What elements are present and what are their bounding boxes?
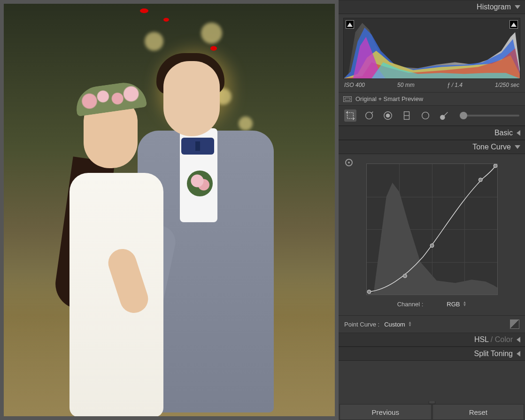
svg-point-12: [494, 164, 497, 168]
exif-iso: ISO 400: [344, 82, 365, 88]
point-curve-row: Point Curve : Custom▲▼: [339, 315, 525, 333]
split-toning-title: Split Toning: [474, 350, 513, 358]
exif-readout: ISO 400 50 mm ƒ / 1.4 1/250 sec: [343, 79, 520, 89]
tone-curve-channel-row: Channel : RGB▲▼: [343, 297, 520, 311]
panel-handle-icon[interactable]: [429, 401, 435, 404]
histogram-graph[interactable]: [343, 18, 520, 79]
tone-curve-graph[interactable]: [366, 163, 498, 295]
preview-mode-label: Original + Smart Preview: [355, 95, 423, 102]
spot-removal-tool[interactable]: [363, 109, 375, 122]
targeted-adjustment-icon[interactable]: [345, 159, 353, 166]
chevron-left-icon: [517, 337, 520, 342]
exif-shutter: 1/250 sec: [495, 82, 519, 88]
histogram-panel: ISO 400 50 mm ƒ / 1.4 1/250 sec: [339, 14, 525, 92]
point-curve-dropdown[interactable]: Custom▲▼: [384, 321, 412, 328]
radial-filter-tool[interactable]: [419, 109, 432, 122]
red-eye-tool[interactable]: [382, 109, 394, 122]
develop-panel: Histogram ISO 40: [339, 0, 525, 420]
hsl-color-panel-header[interactable]: HSL / Color: [339, 333, 525, 347]
graduated-filter-tool[interactable]: [401, 109, 413, 122]
chevron-down-icon: [515, 5, 520, 9]
smart-preview-icon: [343, 96, 352, 102]
previous-button[interactable]: Previous: [340, 404, 432, 420]
tone-curve-title: Tone Curve: [472, 143, 511, 151]
hsl-title: HSL: [474, 335, 489, 343]
histogram-panel-header[interactable]: Histogram: [339, 0, 525, 14]
hsl-color-suffix: / Color: [488, 335, 513, 343]
svg-rect-0: [347, 113, 354, 119]
basic-panel-header[interactable]: Basic: [339, 126, 525, 140]
image-preview-area[interactable]: [0, 0, 339, 420]
svg-point-10: [430, 244, 434, 248]
basic-title: Basic: [494, 129, 513, 137]
svg-point-9: [403, 274, 407, 278]
mask-overlay-slider[interactable]: [460, 115, 519, 117]
exif-focal-length: 50 mm: [397, 82, 415, 88]
exif-aperture: ƒ / 1.4: [447, 82, 463, 88]
adjustment-brush-tool[interactable]: [438, 109, 450, 122]
local-adjustment-toolstrip: [339, 105, 525, 126]
reset-button[interactable]: Reset: [432, 404, 525, 420]
point-curve-label: Point Curve :: [344, 321, 379, 328]
chevron-left-icon: [517, 351, 520, 357]
channel-label: Channel :: [397, 301, 424, 308]
histogram-title: Histogram: [477, 3, 511, 11]
svg-point-8: [367, 290, 371, 294]
crop-tool[interactable]: [344, 109, 356, 122]
preview-mode-row[interactable]: Original + Smart Preview: [339, 92, 525, 105]
split-toning-panel-header[interactable]: Split Toning: [339, 347, 525, 361]
tone-curve-panel: Channel : RGB▲▼: [339, 154, 525, 315]
edited-photo: [4, 4, 335, 416]
tone-curve-panel-header[interactable]: Tone Curve: [339, 140, 525, 154]
svg-point-6: [422, 112, 429, 119]
channel-dropdown[interactable]: RGB▲▼: [447, 301, 466, 308]
svg-point-3: [386, 114, 389, 117]
chevron-left-icon: [517, 130, 520, 136]
chevron-down-icon: [515, 145, 520, 149]
svg-point-11: [479, 178, 482, 182]
point-curve-toggle-icon[interactable]: [510, 319, 519, 329]
